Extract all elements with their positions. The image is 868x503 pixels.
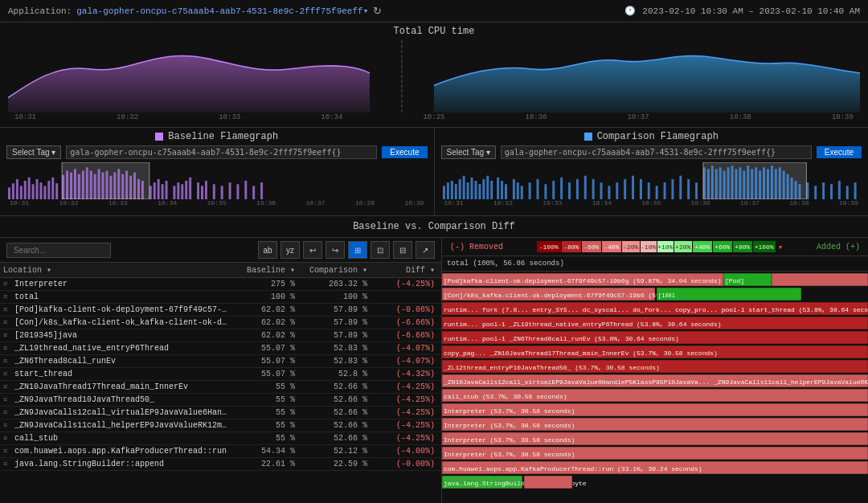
toolbar-export-button[interactable]: ↗ xyxy=(416,241,435,259)
svg-rect-100 xyxy=(706,169,709,199)
comparison-execute-button[interactable]: Execute xyxy=(817,146,862,158)
table-row[interactable]: ≡[Pod]kafka-client-ok-deployment-67f9f49… xyxy=(0,304,441,317)
svg-rect-14 xyxy=(55,183,58,199)
table-row[interactable]: ≡total100 %100 % xyxy=(0,291,441,304)
table-row[interactable]: ≡_ZL19thread_native_entryP6Thread55.07 %… xyxy=(0,342,441,355)
comparison-mini-svg xyxy=(441,162,862,199)
table-row[interactable]: ≡Interpreter275 %263.32 %(-4.25%) xyxy=(0,278,441,291)
row-location: _ZN9JavaThread10JavaThread50_ xyxy=(14,395,229,404)
baseline-flame-input[interactable] xyxy=(66,145,377,159)
toolbar-grid-button[interactable]: ⊞ xyxy=(348,241,367,259)
comparison-select-tag-button[interactable]: Select Tag ▾ xyxy=(441,145,496,159)
table-row[interactable]: ≡java.lang.StringBuilder::append22.61 %2… xyxy=(0,458,441,471)
svg-rect-54 xyxy=(252,186,255,199)
table-row[interactable]: ≡call_stub55 %52.66 %(-4.25%) xyxy=(0,432,441,445)
table-row[interactable]: ≡com.huawei.aops.app.KafkaProducerThread… xyxy=(0,445,441,458)
svg-rect-33 xyxy=(133,173,136,199)
table-row[interactable]: ≡[2019345]java62.02 %57.89 %(-6.66%) xyxy=(0,329,441,342)
svg-rect-34 xyxy=(137,179,140,199)
table-row[interactable]: ≡start_thread55.07 %52.8 %(-4.32%) xyxy=(0,368,441,381)
baseline-execute-button[interactable]: Execute xyxy=(382,146,427,158)
comparison-flame-header: Comparison Flamegraph xyxy=(441,131,862,142)
diff-title-container: Baseline vs. Comparison Diff xyxy=(0,216,868,238)
toolbar-undo-button[interactable]: ↩ xyxy=(303,241,322,259)
col-baseline-header[interactable]: Baseline ▾ xyxy=(229,265,301,275)
svg-rect-58 xyxy=(442,186,444,199)
svg-text:runtim... fork (7.8... entry_S: runtim... fork (7.8... entry_SYS... dc_s… xyxy=(444,306,868,313)
svg-rect-11 xyxy=(43,186,46,199)
svg-rect-125 xyxy=(814,186,817,199)
toolbar-diff-button[interactable]: ⊟ xyxy=(393,241,412,259)
flamediff-chart[interactable]: total (100%, 56.86 seconds) [Pod]kafka-c… xyxy=(442,256,868,503)
svg-rect-51 xyxy=(229,182,231,199)
table-row[interactable]: ≡[Con]/k8s_kafka-client-ok_kafka-client-… xyxy=(0,317,441,329)
toolbar-redo-button[interactable]: ↪ xyxy=(326,241,345,259)
svg-rect-26 xyxy=(105,170,108,199)
svg-rect-123 xyxy=(798,184,800,199)
svg-text:_ZL12thread_entryP10JavaThread: _ZL12thread_entryP10JavaThread50_ (53.7%… xyxy=(443,364,660,371)
row-location: _ZN6Thread8call_runEv xyxy=(14,357,229,366)
col-location-header[interactable]: Location ▾ xyxy=(3,265,229,275)
svg-rect-110 xyxy=(747,166,749,199)
row-location: [Con]/k8s_kafka-client-ok_kafka-client-o… xyxy=(14,318,229,327)
svg-rect-18 xyxy=(74,169,76,199)
baseline-mini-svg xyxy=(6,162,428,199)
baseline-flamegraph-panel: Baseline Flamegraph Select Tag ▾ Execute xyxy=(0,128,435,215)
comparison-flame-input[interactable] xyxy=(501,145,812,159)
table-row[interactable]: ≡_ZN10JavaThread17Thread_main_InnerEv55 … xyxy=(0,381,441,394)
svg-rect-40 xyxy=(166,181,168,199)
toolbar-table-button[interactable]: ⊡ xyxy=(371,241,390,259)
app-id[interactable]: gala-gopher-oncpu-c75aaab4-aab7-4531-8e9… xyxy=(76,6,368,16)
comparison-flamegraph-panel: Comparison Flamegraph Select Tag ▾ Execu… xyxy=(435,128,869,215)
row-diff: (-4.25%) xyxy=(374,421,438,430)
scale-10pos: +10% xyxy=(657,241,674,252)
svg-rect-45 xyxy=(189,178,191,199)
toolbar-yz-button[interactable]: yz xyxy=(280,241,300,259)
row-baseline: 55 % xyxy=(229,408,301,417)
svg-rect-24 xyxy=(98,169,100,199)
refresh-button[interactable]: ↻ xyxy=(373,5,382,17)
svg-rect-84 xyxy=(583,176,586,199)
svg-rect-82 xyxy=(568,182,571,199)
svg-rect-75 xyxy=(516,182,518,199)
row-diff: (-4.00%) xyxy=(374,447,438,456)
svg-rect-126 xyxy=(822,182,825,199)
row-diff: (-0.00%) xyxy=(374,460,438,468)
svg-rect-27 xyxy=(109,176,112,199)
comparison-time-axis: 10:31 10:32 10:33 10:34 10:35 10:36 10:3… xyxy=(441,199,862,207)
svg-rect-55 xyxy=(260,182,263,199)
table-row[interactable]: ≡_ZN9JavaCalls12call_virtualEP9JavaValue… xyxy=(0,407,441,419)
row-location: Interpreter xyxy=(14,280,229,288)
svg-rect-10 xyxy=(39,182,42,199)
svg-rect-66 xyxy=(474,181,477,199)
svg-rect-128 xyxy=(837,181,840,199)
color-scale: -100% -80% -60% -40% -20% -10% +10% +20%… xyxy=(503,241,817,252)
svg-rect-61 xyxy=(454,184,457,199)
col-diff-header[interactable]: Diff ▾ xyxy=(374,265,438,275)
flamediff-panel: (-) Removed -100% -80% -60% -40% -20% -1… xyxy=(442,238,868,503)
svg-rect-72 xyxy=(501,181,503,199)
svg-rect-7 xyxy=(28,178,31,199)
comparison-color-dot xyxy=(584,133,592,141)
search-input[interactable] xyxy=(6,243,111,258)
table-row[interactable]: ≡_ZN6Thread8call_runEv55.07 %52.83 %(-4.… xyxy=(0,355,441,368)
svg-rect-107 xyxy=(735,169,737,199)
svg-rect-106 xyxy=(731,166,733,199)
row-diff: (-6.66%) xyxy=(374,318,438,327)
baseline-select-tag-button[interactable]: Select Tag ▾ xyxy=(6,145,61,159)
svg-rect-90 xyxy=(632,176,634,199)
col-comparison-header[interactable]: Comparison ▾ xyxy=(301,265,374,275)
diff-title: Baseline vs. Comparison Diff xyxy=(0,216,868,238)
table-row[interactable]: ≡_ZN9JavaCalls11call_helperEP9JavaValueR… xyxy=(0,419,441,432)
row-location: com.huawei.aops.app.KafkaProducerThread:… xyxy=(14,447,229,456)
toolbar-ab-button[interactable]: ab xyxy=(258,241,277,259)
svg-rect-129 xyxy=(845,186,848,199)
row-expand-icon: ≡ xyxy=(3,319,13,327)
svg-rect-138 xyxy=(657,288,801,301)
table-row[interactable]: ≡_ZN9JavaThread10JavaThread50_55 %52.66 … xyxy=(0,394,441,407)
svg-rect-48 xyxy=(205,181,207,199)
cpu-chart-svg xyxy=(8,40,860,112)
row-expand-icon: ≡ xyxy=(3,332,13,340)
svg-text:[1881: [1881 xyxy=(658,292,675,299)
svg-rect-115 xyxy=(766,169,768,199)
